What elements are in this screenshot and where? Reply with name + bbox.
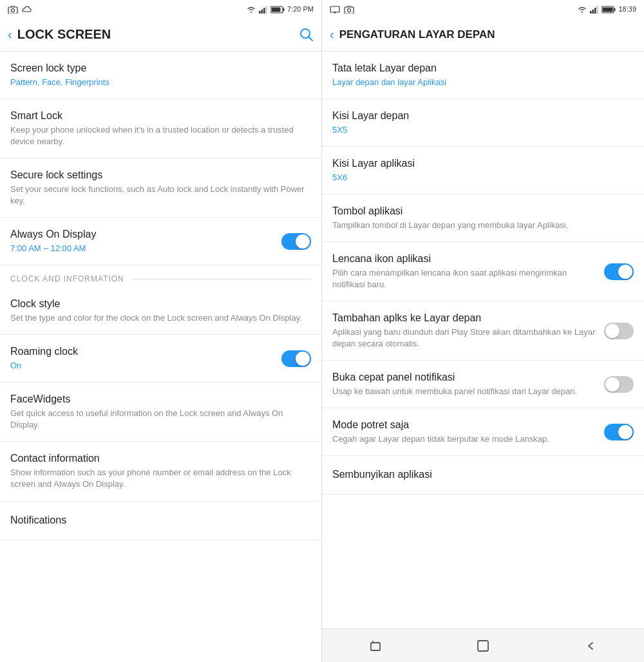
setting-title: Tambahan aplks ke Layar depan xyxy=(332,312,599,325)
setting-title: Lencana ikon aplikasi xyxy=(332,252,599,266)
setting-subtitle: Pattern, Face, Fingerprints xyxy=(10,77,306,88)
setting-contact-info[interactable]: Contact information Show information suc… xyxy=(0,442,321,501)
wifi-icon-left xyxy=(246,5,256,13)
settings-list-left: Screen lock type Pattern, Face, Fingerpr… xyxy=(0,52,321,662)
svg-rect-17 xyxy=(592,10,594,14)
toggle-knob xyxy=(296,352,310,366)
svg-rect-19 xyxy=(597,6,599,14)
back-nav-button[interactable] xyxy=(571,633,610,659)
setting-subtitle: Cegah agar Layar depan tidak berputar ke… xyxy=(332,433,599,445)
setting-screen-lock-type[interactable]: Screen lock type Pattern, Face, Fingerpr… xyxy=(0,52,321,99)
setting-title: Tombol aplikasi xyxy=(332,205,629,218)
signal-bars-left xyxy=(259,5,268,13)
photo-icon-right xyxy=(344,5,354,13)
svg-rect-25 xyxy=(478,641,488,651)
svg-rect-18 xyxy=(594,8,596,14)
bottom-navigation xyxy=(322,629,644,662)
setting-title: Roaming clock xyxy=(10,345,276,359)
setting-title: Secure lock settings xyxy=(10,169,306,182)
setting-subtitle: Aplikasi yang baru diunduh dari Play Sto… xyxy=(332,326,599,350)
setting-lencana-ikon[interactable]: Lencana ikon aplikasi Pilih cara menampi… xyxy=(322,242,644,301)
setting-title: Clock style xyxy=(10,298,306,311)
setting-roaming-clock[interactable]: Roaming clock On xyxy=(0,335,321,383)
setting-title: Screen lock type xyxy=(10,62,306,75)
setting-subtitle: Set the type and color for the clock on … xyxy=(10,312,306,324)
home-button[interactable] xyxy=(464,633,502,659)
screen-icon xyxy=(330,5,340,13)
time-right: 18:39 xyxy=(618,5,636,13)
battery-right xyxy=(601,5,616,13)
setting-subtitle: 7:00 AM ~ 12:00 AM xyxy=(10,243,276,254)
mode-potret-toggle[interactable] xyxy=(604,424,634,440)
setting-buka-cepat[interactable]: Buka cepat panel notifikasi Usap ke bawa… xyxy=(322,361,644,408)
roaming-clock-toggle[interactable] xyxy=(281,350,311,367)
setting-title: Smart Lock xyxy=(10,109,306,123)
toggle-knob xyxy=(296,234,310,249)
back-button-left[interactable]: ‹ xyxy=(8,27,12,42)
setting-tombol-aplikasi[interactable]: Tombol aplikasi Tampilkan tombol di Laya… xyxy=(322,194,644,242)
setting-title: Contact information xyxy=(10,452,306,466)
setting-title: Always On Display xyxy=(10,228,276,241)
svg-rect-11 xyxy=(330,6,339,12)
setting-title: Sembunyikan aplikasi xyxy=(332,468,629,482)
setting-secure-lock[interactable]: Secure lock settings Set your secure loc… xyxy=(0,158,321,218)
battery-left xyxy=(270,5,285,13)
setting-title: Kisi Layar aplikasi xyxy=(332,157,629,171)
svg-rect-14 xyxy=(345,7,354,14)
setting-kisi-depan[interactable]: Kisi Layar depan 5X5 xyxy=(322,99,644,147)
always-on-display-toggle[interactable] xyxy=(281,233,311,250)
back-button-right[interactable]: ‹ xyxy=(330,27,334,42)
svg-rect-0 xyxy=(8,7,17,14)
setting-subtitle: 5X6 xyxy=(332,172,629,184)
setting-mode-potret[interactable]: Mode potret saja Cegah agar Layar depan … xyxy=(322,408,644,456)
svg-rect-22 xyxy=(603,7,613,12)
time-left: 7:20 PM xyxy=(287,5,314,13)
setting-title: Buka cepat panel notifikasi xyxy=(332,371,599,384)
toggle-knob xyxy=(605,377,620,392)
setting-tambahan-aplks[interactable]: Tambahan aplks ke Layar depan Aplikasi y… xyxy=(322,301,644,361)
setting-subtitle: 5X5 xyxy=(332,124,629,136)
photo-icon xyxy=(8,5,18,13)
svg-rect-7 xyxy=(283,8,285,11)
status-right-right: 18:39 xyxy=(577,5,636,13)
svg-rect-3 xyxy=(261,10,263,14)
svg-line-10 xyxy=(309,37,313,41)
setting-face-widgets[interactable]: FaceWidgets Get quick access to useful i… xyxy=(0,383,321,442)
setting-notifications[interactable]: Notifications xyxy=(0,502,321,540)
setting-subtitle: Keep your phone unlocked when it's in a … xyxy=(10,124,306,147)
right-panel: 18:39 ‹ PENGATURAN LAYAR DEPAN Tata leta… xyxy=(322,0,644,662)
setting-title: Tata letak Layar depan xyxy=(332,62,629,75)
tambahan-aplks-toggle[interactable] xyxy=(604,323,634,339)
setting-tata-letak[interactable]: Tata letak Layar depan Layar depan dan l… xyxy=(322,52,644,99)
setting-clock-style[interactable]: Clock style Set the type and color for t… xyxy=(0,287,321,335)
setting-kisi-aplikasi[interactable]: Kisi Layar aplikasi 5X6 xyxy=(322,147,644,194)
svg-rect-23 xyxy=(371,643,380,650)
status-bar-left: 7:20 PM xyxy=(0,0,321,18)
setting-title: FaceWidgets xyxy=(10,393,306,406)
svg-rect-8 xyxy=(272,7,281,12)
setting-subtitle: Show information such as your phone numb… xyxy=(10,467,306,490)
setting-subtitle: Pilih cara menampilkan lencana ikon saat… xyxy=(332,267,599,290)
toggle-knob xyxy=(618,265,632,279)
svg-rect-16 xyxy=(590,11,592,14)
buka-cepat-toggle[interactable] xyxy=(604,376,634,393)
lencana-ikon-toggle[interactable] xyxy=(604,263,634,280)
setting-always-on-display[interactable]: Always On Display 7:00 AM ~ 12:00 AM xyxy=(0,218,321,265)
svg-point-1 xyxy=(12,8,15,12)
setting-subtitle: On xyxy=(10,360,276,372)
svg-rect-5 xyxy=(266,6,268,14)
setting-smart-lock[interactable]: Smart Lock Keep your phone unlocked when… xyxy=(0,99,321,158)
left-panel: 7:20 PM ‹ LOCK SCREEN Screen lock type P… xyxy=(0,0,322,662)
setting-title: Kisi Layar depan xyxy=(332,109,629,123)
section-header-clock: CLOCK AND INFORMATION xyxy=(0,265,321,287)
status-icons-right xyxy=(330,5,354,13)
top-bar-right: ‹ PENGATURAN LAYAR DEPAN xyxy=(322,18,644,52)
search-button[interactable] xyxy=(299,27,314,43)
page-title-left: LOCK SCREEN xyxy=(17,27,299,42)
toggle-knob xyxy=(605,324,620,338)
toggle-knob xyxy=(618,425,632,439)
recents-button[interactable] xyxy=(356,633,395,659)
setting-subtitle: Layar depan dan layar Aplikasi xyxy=(332,77,629,88)
setting-sembunyikan[interactable]: Sembunyikan aplikasi xyxy=(322,456,644,495)
setting-subtitle: Tampilkan tombol di Layar depan yang mem… xyxy=(332,220,629,231)
